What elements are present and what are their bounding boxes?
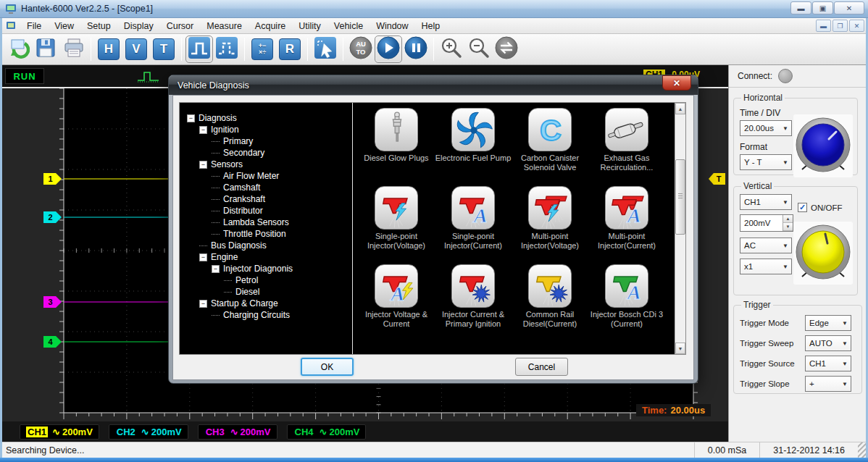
dialog-title-bar[interactable]: Vehicle Diagnosis ✕ (169, 75, 698, 95)
tree-node-throttle-position[interactable]: Throttle Position (180, 228, 352, 240)
trigger-cursor-button[interactable]: T (150, 35, 178, 63)
multi-injector-voltage-icon[interactable] (528, 186, 572, 230)
tree-node-diagnosis[interactable]: −Diagnosis (180, 112, 352, 124)
dialog-close-button[interactable]: ✕ (662, 75, 691, 91)
collapse-icon[interactable]: − (199, 253, 207, 261)
diagnosis-item-letter-c[interactable]: CCarbon Canister Solenoid Valve (512, 108, 588, 186)
menu-item-acquire[interactable]: Acquire (249, 19, 292, 33)
menu-item-vehicle[interactable]: Vehicle (327, 19, 370, 33)
reference-wave-button[interactable]: R (276, 35, 304, 63)
menu-item-display[interactable]: Display (117, 19, 160, 33)
collapse-icon[interactable]: − (199, 161, 207, 169)
diagnosis-item-glow-plug[interactable]: Diesel Glow Plugs (358, 108, 435, 186)
restore-window-button[interactable]: ▣ (812, 1, 833, 14)
zoom-in-button[interactable] (438, 35, 465, 63)
injector-volt-current-icon[interactable]: A (375, 264, 418, 308)
tree-node-air-flow-meter[interactable]: Air Flow Meter (180, 170, 352, 182)
trigger-source-select[interactable]: CH1▼ (805, 356, 851, 371)
coupling-select[interactable]: AC ▼ (740, 238, 792, 253)
diagnosis-item-injector-voltage[interactable]: Single-point Injector(Voltage) (358, 186, 435, 264)
open-file-button[interactable] (4, 35, 32, 63)
tree-node-camshaft[interactable]: Camshaft (180, 182, 352, 193)
volts-div-stepper[interactable]: 200mV ▲▼ (740, 214, 793, 232)
collapse-icon[interactable]: − (187, 114, 195, 122)
trigger-slope-select[interactable]: +▼ (805, 376, 851, 392)
vertical-position-knob[interactable] (793, 222, 853, 285)
ok-button[interactable]: OK (301, 358, 354, 376)
menu-item-file[interactable]: File (20, 19, 48, 33)
cancel-button[interactable]: Cancel (515, 358, 568, 376)
trigger-sweep-select[interactable]: AUTO▼ (805, 335, 851, 351)
injector-voltage-icon[interactable] (375, 186, 418, 230)
scroll-down-icon[interactable]: ▼ (675, 343, 685, 354)
diagnosis-item-multi-injector-voltage[interactable]: Multi-point Injector(Voltage) (512, 186, 588, 264)
tree-node-injector-diagnonis[interactable]: −Injector Diagnonis (180, 263, 352, 274)
horizontal-cursor-button[interactable]: H (95, 35, 122, 63)
minimize-window-button[interactable]: ▬ (790, 1, 811, 14)
stepper-up-icon[interactable]: ▲ (783, 215, 793, 223)
channel-select[interactable]: CH1 ▼ (740, 194, 792, 210)
bosch-cdi-icon[interactable]: A (605, 264, 648, 308)
collapse-icon[interactable]: − (199, 300, 207, 308)
menu-item-view[interactable]: View (48, 19, 80, 33)
refresh-device-button[interactable] (493, 35, 520, 63)
probe-select[interactable]: x1 ▼ (740, 259, 792, 274)
tree-node-petrol[interactable]: Petrol (180, 274, 352, 286)
injector-primary-icon[interactable] (451, 264, 495, 308)
channel-onoff-checkbox[interactable]: ✓ (798, 203, 807, 212)
injector-current-icon[interactable]: A (451, 186, 495, 230)
tree-node-lambda-sensors[interactable]: Lambda Sensors (180, 217, 352, 228)
common-rail-icon[interactable] (528, 264, 572, 308)
timediv-select[interactable]: 20.00us ▼ (740, 120, 792, 136)
mdi-close-button[interactable]: ✕ (849, 20, 864, 32)
diagnosis-item-exhaust[interactable]: Exhaust Gas Recirculation... (588, 108, 665, 186)
tree-node-distributor[interactable]: Distributor (180, 205, 352, 217)
zoom-out-button[interactable] (465, 35, 493, 63)
channel-4-readout[interactable]: CH4∿200mV (287, 424, 367, 440)
collapse-icon[interactable]: − (199, 126, 207, 134)
save-button[interactable] (32, 35, 59, 63)
diagnosis-item-multi-injector-current[interactable]: AMulti-point Injector(Current) (588, 186, 665, 264)
letter-c-icon[interactable]: C (528, 108, 572, 151)
channel-1-readout[interactable]: CH1∿200mV (20, 424, 99, 440)
tree-node-startup-charge[interactable]: −Startup & Charge (180, 298, 352, 309)
tree-node-secondary[interactable]: Secondary (180, 147, 352, 159)
print-button[interactable] (59, 35, 87, 63)
tree-node-bus-diagnosis[interactable]: Bus Diagnosis (180, 240, 352, 251)
grid-scrollbar[interactable]: ▲ ▼ (675, 103, 685, 354)
fuel-pump-icon[interactable] (451, 108, 495, 151)
scrollbar-thumb[interactable] (675, 159, 685, 235)
tree-node-diesel[interactable]: Diesel (180, 286, 352, 298)
pulse-train-button[interactable] (213, 35, 241, 63)
glow-plug-icon[interactable] (375, 108, 418, 151)
tree-node-engine[interactable]: −Engine (180, 251, 352, 263)
autoset-button[interactable]: AUTO (347, 35, 375, 63)
pause-acquisition-button[interactable] (402, 35, 430, 63)
diagnosis-item-injector-volt-current[interactable]: AInjector Voltage & Current (358, 264, 435, 343)
menu-item-window[interactable]: Window (370, 19, 414, 33)
tree-node-sensors[interactable]: −Sensors (180, 159, 352, 170)
tree-node-primary[interactable]: Primary (180, 135, 352, 147)
exhaust-icon[interactable] (605, 108, 648, 151)
menu-item-utility[interactable]: Utility (292, 19, 327, 33)
horizontal-position-knob[interactable] (793, 114, 853, 177)
menu-item-cursor[interactable]: Cursor (160, 19, 201, 33)
mdi-minimize-button[interactable]: ▬ (816, 20, 831, 32)
menu-item-setup[interactable]: Setup (80, 19, 117, 33)
vertical-cursor-button[interactable]: V (122, 35, 150, 63)
diagnosis-item-common-rail[interactable]: Common Rail Diesel(Current) (512, 264, 588, 343)
channel-3-readout[interactable]: CH3∿200mV (198, 424, 277, 440)
mdi-restore-button[interactable]: ❐ (832, 20, 848, 32)
menu-item-measure[interactable]: Measure (200, 19, 249, 33)
multi-injector-current-icon[interactable]: A (605, 186, 648, 230)
run-acquisition-button[interactable] (375, 35, 402, 63)
scroll-up-icon[interactable]: ▲ (675, 103, 685, 114)
diagnosis-item-fuel-pump[interactable]: Electronic Fuel Pump (435, 108, 512, 186)
tree-node-crankshaft[interactable]: Crankshaft (180, 193, 352, 205)
channel-2-readout[interactable]: CH2∿200mV (109, 424, 188, 440)
diagnosis-item-injector-primary[interactable]: Injector Current & Primary Ignition (435, 264, 512, 343)
collapse-icon[interactable]: − (212, 265, 220, 273)
math-function-button[interactable]: +−×÷ (249, 35, 276, 63)
tree-node-ignition[interactable]: −Ignition (180, 124, 352, 135)
stepper-down-icon[interactable]: ▼ (783, 223, 793, 231)
